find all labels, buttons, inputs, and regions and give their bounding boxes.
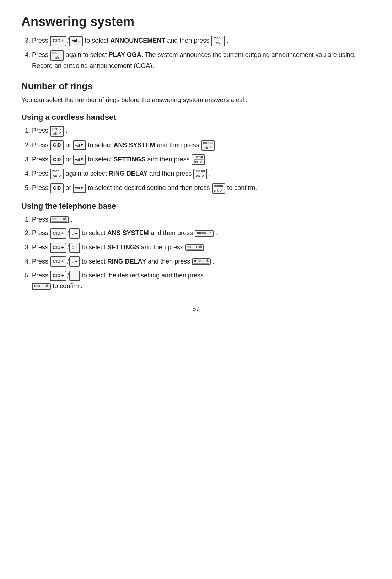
menu-ok-button-step4: menu ok	[50, 50, 64, 61]
cid-label: CID	[53, 272, 60, 280]
separator: /	[67, 36, 69, 46]
c-step4-before: Press	[32, 170, 50, 177]
step4-text-rest: again to select PLAY OGA. The system ann…	[32, 51, 356, 69]
b-step1-before: Press	[32, 216, 50, 223]
c-step2-trail: .	[216, 142, 218, 149]
cid-btn-b2: CID +	[50, 228, 66, 239]
c-step2-before: Press	[32, 142, 50, 149]
list-item: Press CID or vol▼ to select the desired …	[32, 183, 371, 193]
separator: /	[67, 271, 69, 281]
separator: /	[67, 243, 69, 252]
list-item: Press CID or vol▼ to select ANS SYSTEM a…	[32, 140, 371, 151]
b-step2-before: Press	[32, 229, 50, 237]
menu-ok-button-step3: menu ok	[211, 36, 225, 46]
cid-vol-btn-b3b: CID + / □ –	[50, 256, 80, 267]
cid-btn-b3: CID +	[50, 243, 66, 253]
step3-bold-word: ANNOUNCEMENT	[110, 37, 165, 44]
vol-btn-b4: □ –	[69, 271, 80, 281]
minus-sign: –	[75, 244, 77, 251]
c-step2-text2: to select ANS SYSTEM and then press	[88, 142, 201, 149]
list-item: Press menu ok .	[32, 214, 371, 225]
vol-label: □	[72, 245, 74, 250]
vol-button: vol –	[69, 36, 83, 46]
vol-btn-b3: □ –	[69, 243, 80, 253]
c-step2-or: or	[65, 142, 73, 149]
b-step3b-bold: RING DELAY	[107, 258, 146, 265]
list-item: Press menu ok ✓ .	[32, 126, 371, 136]
step3-trail: .	[227, 37, 229, 44]
separator: /	[67, 229, 69, 238]
c-step5-before: Press	[32, 184, 50, 191]
b-step3-before: Press	[32, 244, 50, 251]
b-step3-bold: SETTINGS	[107, 244, 139, 251]
b-step1-trail: .	[71, 216, 73, 223]
list-item: Press menu ok again to select PLAY OGA. …	[32, 50, 371, 71]
cid-label: CID	[53, 244, 60, 251]
minus-sign: –	[75, 230, 77, 237]
cid-vol-btn-b4: CID + / □ –	[50, 271, 80, 281]
ok-label: ok	[52, 56, 62, 60]
ok-label: ok ✓	[195, 174, 205, 178]
menu-label: menu ok	[52, 217, 67, 222]
vol-label: vol	[72, 38, 77, 44]
menu-ok-btn-c4a: menu ok ✓	[50, 169, 64, 179]
menu-label: menu ok	[197, 231, 211, 235]
step3-text-after: and then press	[167, 37, 211, 44]
ok-label: ok ✓	[52, 132, 62, 136]
step3-text-middle: to select	[85, 37, 110, 44]
c-step3-trail: .	[207, 156, 209, 163]
plus-sign: +	[61, 230, 64, 237]
cid-btn-c2: CID	[50, 140, 64, 150]
cid-btn-c5: CID	[50, 183, 64, 193]
ok-label: ok	[213, 41, 223, 45]
page-title: Answering system	[21, 14, 371, 29]
list-item: Press CID + / vol – to select ANNOUNCEME…	[32, 36, 371, 46]
section-heading-base: Using the telephone base	[21, 202, 371, 211]
c-step5-or: or	[65, 184, 73, 191]
cid-label: CID	[53, 230, 60, 237]
cid-button: CID +	[50, 36, 66, 46]
b-step2-trail: .	[215, 229, 217, 237]
b-step3b-text2: to select RING DELAY and then press	[82, 258, 192, 265]
minus-sign: –	[78, 37, 80, 45]
c-step4-text2: again to select RING DELAY and then pres…	[66, 170, 194, 177]
b-step4-text2: to select the desired setting and then p…	[82, 272, 204, 279]
menu-label: menu	[194, 155, 203, 160]
vol-btn-c5: vol▼	[73, 184, 86, 193]
cid-btn-c3: CID	[50, 155, 64, 165]
c-step4-bold: RING DELAY	[109, 170, 147, 177]
menu-ok-btn-b4: menu ok	[32, 283, 51, 290]
menu-label: menu ok	[194, 259, 209, 264]
menu-ok-btn-b2: menu ok	[195, 230, 214, 237]
page-number: 57	[21, 306, 371, 313]
cid-btn-b3b: CID +	[50, 256, 66, 267]
menu-ok-btn-c2: menu ok ✓	[201, 140, 215, 151]
menu-label: menu	[52, 170, 62, 174]
list-item: Press CID + / □ – to select ANS SYSTEM a…	[32, 228, 371, 239]
vol-label: □	[72, 231, 74, 237]
section-heading-cordless: Using a cordless handset	[21, 113, 371, 122]
step4-text-before: Press	[32, 51, 50, 58]
c-step2-bold: ANS SYSTEM	[113, 142, 155, 149]
menu-ok-btn-c1: menu ok ✓	[50, 126, 64, 137]
menu-label: menu	[52, 127, 62, 131]
menu-label: menu	[203, 141, 213, 145]
list-item: Press CID or vol▼ to select SETTINGS and…	[32, 154, 371, 165]
list-item: Press CID + / □ – to select SETTINGS and…	[32, 242, 371, 253]
cid-vol-btn-b2: CID + / □ –	[50, 228, 80, 239]
menu-ok-btn-c3: menu ok ✓	[192, 154, 205, 165]
step3-text-before: Press	[32, 37, 50, 44]
c-step3-or: or	[65, 156, 73, 163]
b-step3-trail: .	[206, 244, 208, 251]
cid-vol-button-step3: CID + / vol –	[50, 36, 83, 46]
b-step2-bold: ANS SYSTEM	[107, 229, 149, 237]
vol-btn-b3b: □ –	[69, 256, 80, 267]
separator: /	[67, 257, 69, 266]
c-step3-text2: to select SETTINGS and then press	[88, 156, 191, 163]
ok-label: ok ✓	[52, 174, 62, 178]
c-step1-before: Press	[32, 127, 50, 134]
section-heading-rings: Number of rings	[21, 81, 371, 92]
b-step3-text2: to select SETTINGS and then press	[82, 244, 185, 251]
ok-label: ok ✓	[203, 146, 213, 150]
step4-bold: PLAY OGA	[109, 51, 141, 58]
